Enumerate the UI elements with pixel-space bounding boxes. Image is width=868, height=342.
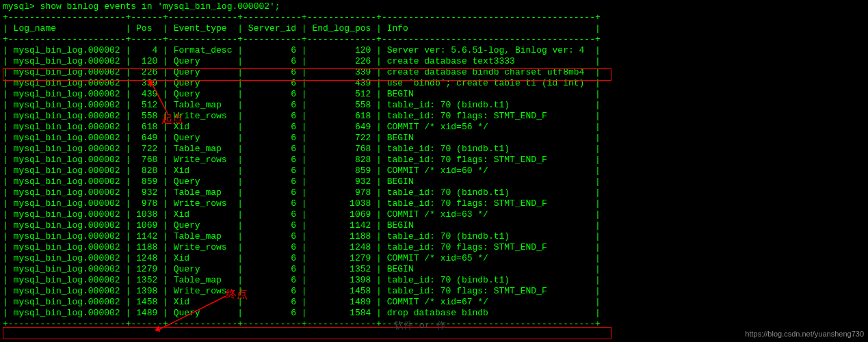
separator-line: +----------------------+------+---------… [3, 319, 865, 330]
separator-line: +----------------------+------+---------… [3, 34, 865, 45]
table-row: | mysql_bin_log.000002 | 226 | Query | 6… [3, 67, 865, 78]
table-row: | mysql_bin_log.000002 | 978 | Write_row… [3, 198, 865, 209]
command-line[interactable]: mysql> show binlog events in 'mysql_bin_… [3, 1, 865, 12]
table-row: | mysql_bin_log.000002 | 1279 | Query | … [3, 264, 865, 275]
separator-line: +----------------------+------+---------… [3, 12, 865, 23]
table-row: | mysql_bin_log.000002 | 722 | Table_map… [3, 144, 865, 155]
table-row: | mysql_bin_log.000002 | 1398 | Write_ro… [3, 286, 865, 297]
table-row: | mysql_bin_log.000002 | 649 | Query | 6… [3, 133, 865, 144]
table-row: | mysql_bin_log.000002 | 439 | Query | 6… [3, 89, 865, 100]
header-row: | Log_name | Pos | Event_type | Server_i… [3, 23, 865, 34]
table-row: | mysql_bin_log.000002 | 120 | Query | 6… [3, 56, 865, 67]
table-row: | mysql_bin_log.000002 | 1489 | Query | … [3, 308, 865, 319]
table-row: | mysql_bin_log.000002 | 1458 | Xid | 6 … [3, 297, 865, 308]
table-row: | mysql_bin_log.000002 | 558 | Write_row… [3, 111, 865, 122]
table-row: | mysql_bin_log.000002 | 768 | Write_row… [3, 155, 865, 166]
table-row: | mysql_bin_log.000002 | 1069 | Query | … [3, 220, 865, 231]
table-row: | mysql_bin_log.000002 | 512 | Table_map… [3, 100, 865, 111]
table-row: | mysql_bin_log.000002 | 932 | Table_map… [3, 187, 865, 198]
table-row: | mysql_bin_log.000002 | 1352 | Table_ma… [3, 275, 865, 286]
table-row: | mysql_bin_log.000002 | 1188 | Write_ro… [3, 242, 865, 253]
table-row: | mysql_bin_log.000002 | 4 | Format_desc… [3, 45, 865, 56]
table-row: | mysql_bin_log.000002 | 1142 | Table_ma… [3, 231, 865, 242]
table-row: | mysql_bin_log.000002 | 1038 | Xid | 6 … [3, 209, 865, 220]
source-link: https://blog.csdn.net/yuansheng730 [745, 328, 864, 339]
table-row: | mysql_bin_log.000002 | 618 | Xid | 6 |… [3, 122, 865, 133]
terminal-output: mysql> show binlog events in 'mysql_bin_… [0, 0, 868, 331]
table-row: | mysql_bin_log.000002 | 1248 | Xid | 6 … [3, 253, 865, 264]
table-row: | mysql_bin_log.000002 | 339 | Query | 6… [3, 78, 865, 89]
table-row: | mysql_bin_log.000002 | 828 | Xid | 6 |… [3, 166, 865, 176]
table-row: | mysql_bin_log.000002 | 859 | Query | 6… [3, 176, 865, 187]
